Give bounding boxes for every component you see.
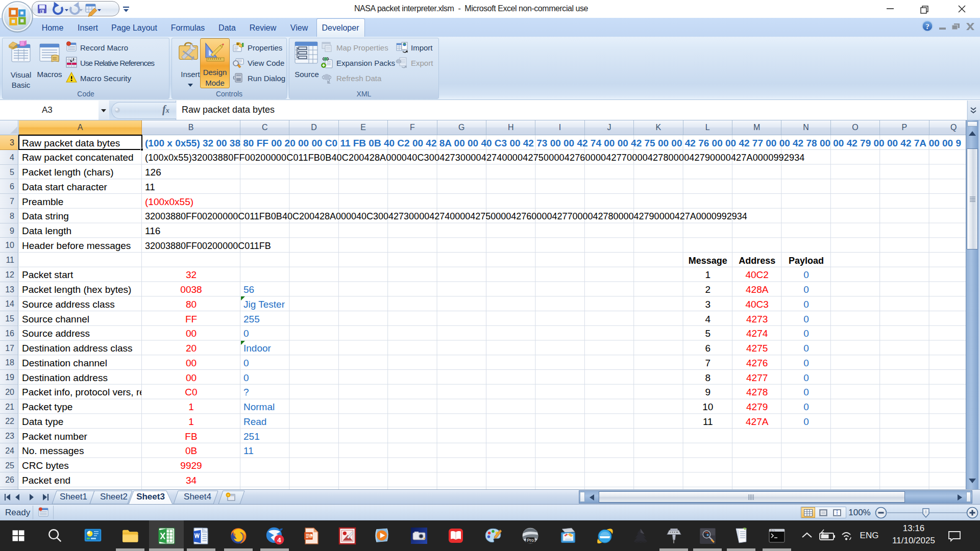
- svg-text:?: ?: [925, 22, 929, 31]
- svg-text:4: 4: [277, 536, 281, 544]
- svg-text:Pro: Pro: [527, 538, 533, 543]
- svg-text:C:\: C:\: [771, 530, 775, 532]
